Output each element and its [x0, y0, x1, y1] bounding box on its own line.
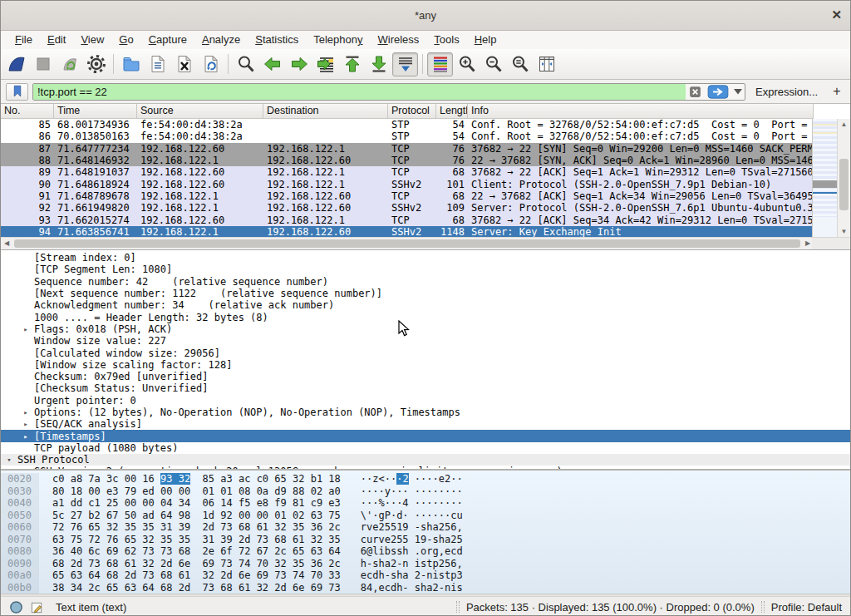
collapsed-arrow-icon[interactable]: ▸ — [21, 420, 31, 428]
hex-ascii[interactable]: rve25519 -sha256, — [361, 521, 463, 534]
menu-wireless[interactable]: Wireless — [371, 32, 427, 48]
hex-row-0080[interactable]: 008036 40 6c 69 62 73 73 68 2e 6f 72 67 … — [1, 545, 850, 558]
detail-line[interactable]: [Next sequence number: 1122 (relative se… — [1, 288, 850, 299]
menu-help[interactable]: Help — [467, 32, 504, 48]
hex-bytes[interactable]: c0 a8 7a 3c 00 16 93 32 85 a3 ac c0 65 3… — [52, 473, 341, 485]
column-header-time[interactable]: Time — [54, 104, 137, 118]
hex-row-0050[interactable]: 00505c 27 b2 67 50 ad 64 98 1d 92 00 00 … — [1, 510, 850, 522]
hex-row-0090[interactable]: 009068 2d 73 68 61 32 2d 6e 69 73 74 70 … — [1, 558, 850, 570]
detail-line[interactable]: [Calculated window size: 29056] — [1, 347, 850, 358]
save-file-button[interactable] — [145, 52, 170, 76]
go-last-packet-button[interactable] — [366, 52, 391, 76]
packet-row-91[interactable]: 9171.648789678192.168.122.1192.168.122.6… — [1, 190, 814, 202]
hex-bytes[interactable]: 80 18 00 e3 79 ed 00 00 01 01 08 0a d9 8… — [52, 485, 341, 498]
auto-scroll-button[interactable] — [392, 52, 418, 76]
hex-row-00b0[interactable]: 00b038 34 2c 65 63 64 68 2d 73 68 61 32 … — [1, 582, 850, 594]
status-profile[interactable]: Profile: Default — [771, 601, 842, 614]
column-header-destination[interactable]: Destination — [263, 104, 388, 118]
find-packet-button[interactable] — [233, 52, 258, 76]
display-filter-input[interactable] — [33, 84, 686, 100]
zoom-out-button[interactable] — [480, 52, 506, 76]
menu-go[interactable]: Go — [111, 32, 140, 48]
column-header-no[interactable]: No. — [1, 104, 54, 118]
horizontal-scroll-thumb[interactable] — [14, 239, 800, 248]
detail-line[interactable]: ▸[SEQ/ACK analysis] — [1, 418, 850, 430]
detail-line[interactable]: [Checksum Status: Unverified] — [1, 382, 850, 394]
menu-telephony[interactable]: Telephony — [306, 32, 370, 48]
add-filter-button[interactable]: + — [824, 84, 849, 99]
hex-ascii[interactable]: ecdh-sha 2-nistp3 — [361, 569, 463, 582]
detail-line[interactable]: ▸SSH Version 2 (encryption:chacha20-poly… — [1, 466, 850, 469]
detail-line[interactable]: Urgent pointer: 0 — [1, 395, 850, 407]
packet-row-92[interactable]: 9271.661949820192.168.122.1192.168.122.6… — [1, 202, 814, 214]
hex-bytes[interactable]: 72 76 65 32 35 35 31 39 2d 73 68 61 32 3… — [52, 521, 341, 534]
packet-row-94[interactable]: 9471.663856741192.168.122.1192.168.122.6… — [1, 226, 814, 238]
column-header-length[interactable]: Length — [436, 104, 468, 118]
close-file-button[interactable] — [171, 52, 197, 76]
vertical-scroll-thumb[interactable] — [839, 159, 849, 210]
hex-ascii[interactable]: 6@libssh .org,ecd — [361, 545, 463, 558]
hex-ascii[interactable]: \'·gP·d· ······cu — [361, 510, 463, 522]
intelligent-scrollbar-minimap[interactable] — [812, 119, 837, 238]
collapsed-arrow-icon[interactable]: ▸ — [21, 432, 31, 441]
expression-button[interactable]: Expression... — [745, 86, 824, 98]
menu-analyze[interactable]: Analyze — [194, 32, 248, 48]
detail-line[interactable]: [Stream index: 0] — [1, 252, 850, 264]
detail-line[interactable]: ▸Options: (12 bytes), No-Operation (NOP)… — [1, 407, 850, 418]
hex-row-0070[interactable]: 007063 75 72 76 65 32 35 35 31 39 2d 73 … — [1, 534, 850, 546]
packet-list-horizontal-scrollbar[interactable]: ◀ ▶ — [1, 237, 814, 249]
packet-row-89[interactable]: 8971.648191037192.168.122.60192.168.122.… — [1, 166, 814, 178]
hex-bytes[interactable]: 5c 27 b2 67 50 ad 64 98 1d 92 00 00 01 0… — [52, 510, 341, 522]
hex-row-0020[interactable]: 0020c0 a8 7a 3c 00 16 93 32 85 a3 ac c0 … — [1, 473, 850, 485]
collapsed-arrow-icon[interactable]: ▸ — [21, 408, 31, 416]
go-forward-button[interactable] — [286, 52, 312, 76]
packet-row-85[interactable]: 8568.001734936fe:54:00:d4:38:2aSTP54Conf… — [1, 119, 814, 131]
scroll-up-arrow[interactable]: ▲ — [838, 120, 850, 130]
expanded-arrow-icon[interactable]: ▾ — [4, 456, 14, 464]
menu-statistics[interactable]: Statistics — [248, 32, 306, 48]
hex-bytes[interactable]: 38 34 2c 65 63 64 68 2d 73 68 61 32 2d 6… — [52, 582, 341, 594]
zoom-in-button[interactable] — [454, 52, 480, 76]
hex-ascii[interactable]: ····y··· ········ — [361, 485, 463, 498]
detail-line[interactable]: TCP payload (1080 bytes) — [1, 442, 850, 454]
resize-columns-button[interactable] — [534, 52, 559, 76]
zoom-reset-button[interactable] — [507, 52, 533, 76]
filter-bookmark-button[interactable] — [6, 83, 28, 101]
hex-row-0030[interactable]: 003080 18 00 e3 79 ed 00 00 01 01 08 0a … — [1, 485, 850, 498]
hex-row-00a0[interactable]: 00a065 63 64 68 2d 73 68 61 32 2d 6e 69 … — [1, 569, 850, 582]
detail-line[interactable]: ▸Flags: 0x018 (PSH, ACK) — [1, 323, 850, 335]
stop-capture-button[interactable] — [30, 52, 56, 76]
filter-clear-button[interactable] — [686, 84, 705, 100]
detail-line[interactable]: Sequence number: 42 (relative sequence n… — [1, 276, 850, 288]
hex-ascii[interactable]: curve255 19-sha25 — [361, 534, 463, 546]
menu-file[interactable]: File — [7, 32, 40, 48]
collapsed-arrow-icon[interactable]: ▸ — [21, 325, 31, 333]
menu-tools[interactable]: Tools — [426, 32, 466, 48]
hex-bytes[interactable]: 65 63 64 68 2d 73 68 61 32 2d 6e 69 73 7… — [52, 569, 341, 582]
expert-info-icon[interactable] — [9, 600, 23, 614]
go-first-packet-button[interactable] — [339, 52, 365, 76]
packet-row-86[interactable]: 8670.013850163fe:54:00:d4:38:2aSTP54Conf… — [1, 131, 814, 142]
scroll-down-arrow[interactable]: ▼ — [838, 227, 850, 237]
capture-options-button[interactable] — [83, 52, 109, 76]
column-header-info[interactable]: Info — [468, 104, 814, 118]
menu-edit[interactable]: Edit — [40, 32, 73, 48]
detail-line[interactable]: [TCP Segment Len: 1080] — [1, 264, 850, 275]
open-file-button[interactable] — [118, 52, 144, 76]
reload-file-button[interactable] — [198, 52, 224, 76]
start-capture-button[interactable] — [3, 52, 29, 76]
hex-ascii[interactable]: ··z<···2 ····e2·· — [361, 473, 463, 485]
packet-row-90[interactable]: 9071.648618924192.168.122.60192.168.122.… — [1, 178, 814, 190]
hex-bytes[interactable]: 36 40 6c 69 62 73 73 68 2e 6f 72 67 2c 6… — [52, 545, 341, 558]
close-window-button[interactable]: ✕ — [831, 7, 842, 22]
detail-line[interactable]: ▾SSH Protocol — [1, 454, 850, 466]
filter-dropdown-button[interactable] — [731, 84, 745, 100]
hex-ascii[interactable]: 84,ecdh- sha2-nis — [361, 582, 463, 594]
packet-row-93[interactable]: 9371.662015274192.168.122.60192.168.122.… — [1, 214, 814, 225]
hex-bytes[interactable]: 68 2d 73 68 61 32 2d 6e 69 73 74 70 32 3… — [52, 558, 341, 570]
go-to-packet-button[interactable] — [312, 52, 338, 76]
restart-capture-button[interactable] — [57, 52, 82, 76]
packet-row-88[interactable]: 8871.648146932192.168.122.1192.168.122.6… — [1, 155, 814, 166]
column-header-source[interactable]: Source — [137, 104, 263, 118]
filter-apply-button[interactable] — [705, 84, 731, 100]
